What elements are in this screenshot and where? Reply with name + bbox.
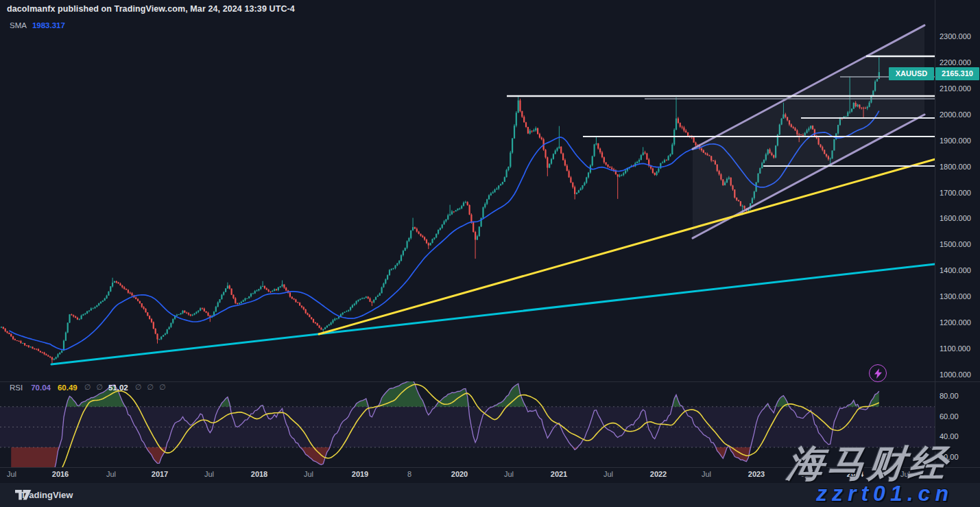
price-axis-label: 1000.000: [940, 370, 971, 379]
time-axis-year-label: 2021: [551, 470, 567, 478]
time-axis-year-label: 2016: [52, 470, 69, 478]
price-axis-label: 2200.000: [940, 58, 971, 67]
rsi-legend-label: RSI: [10, 384, 23, 392]
rsi-value: 70.04: [31, 384, 51, 392]
rsi-empty-value-icon: ∅: [96, 383, 103, 392]
price-axis-label: 1100.000: [940, 344, 970, 353]
price-axis-label: 1700.000: [940, 189, 971, 197]
rsi-empty-value-icon: ∅: [135, 383, 142, 392]
watermark-url-text: zzrt01.cn: [816, 481, 953, 506]
price-axis-label: 1400.000: [940, 266, 971, 274]
time-axis-year-label: 2017: [152, 470, 168, 478]
tradingview-logo-icon: [15, 490, 32, 500]
rsi-empty-value-icon: ∅: [159, 383, 166, 392]
boost-lightning-icon[interactable]: [869, 364, 887, 382]
rsi-secondary-value: 51.02: [108, 384, 128, 392]
time-axis-year-label: 2020: [451, 470, 468, 478]
rsi-empty-value-icon: ∅: [84, 383, 91, 392]
rsi-axis-label: 60.00: [940, 412, 959, 421]
price-axis-label: 1200.000: [940, 318, 971, 327]
time-axis-month-label: Jul: [204, 470, 214, 478]
rsi-empty-value-icon: ∅: [147, 383, 154, 392]
time-axis-month-label: Jul: [603, 470, 613, 478]
price-axis-label: 1300.000: [940, 292, 971, 300]
time-axis-month-label: Jul: [304, 470, 313, 478]
last-price-badge: 2165.310: [935, 67, 979, 80]
price-axis-label: 1500.000: [940, 240, 971, 248]
price-axis-label: 2000.000: [940, 110, 971, 119]
tradingview-logo[interactable]: TradingView: [15, 490, 73, 500]
time-axis-year-label: 2018: [251, 470, 267, 478]
time-axis-month-label: Jul: [504, 470, 514, 478]
sma-legend-label: SMA: [10, 21, 27, 30]
lightning-glyph: [874, 368, 882, 379]
time-axis-month-label: Jul: [7, 470, 16, 478]
time-axis-month-label: Jul: [106, 470, 116, 478]
time-axis-year-label: 2022: [650, 470, 667, 478]
symbol-name-badge: XAUUSD: [889, 67, 934, 80]
rsi-ma-value: 60.49: [58, 384, 77, 392]
published-byline: dacolmanfx published on TradingView.com,…: [7, 4, 295, 14]
time-axis-month-label: Jul: [702, 470, 711, 478]
price-axis-label: 1800.000: [940, 163, 971, 171]
time-axis-year-label: 2023: [748, 470, 765, 478]
time-axis-month-label: 8: [407, 470, 411, 478]
rsi-legend[interactable]: RSI 70.04 60.49 ∅ ∅ 51.02 ∅ ∅ ∅: [10, 383, 171, 392]
price-axis-label: 1900.000: [940, 137, 971, 145]
main-chart-pane[interactable]: [0, 19, 935, 381]
price-axis-label: 2100.000: [940, 84, 971, 93]
tradingview-published-chart: dacolmanfx published on TradingView.com,…: [0, 0, 980, 507]
rsi-axis-label: 80.00: [940, 392, 959, 400]
sma-legend[interactable]: SMA 1983.317: [10, 21, 65, 30]
price-axis-label: 2300.000: [940, 32, 971, 40]
sma-legend-value: 1983.317: [32, 21, 65, 30]
price-axis-label: 1600.000: [940, 214, 971, 222]
time-axis-year-label: 2019: [352, 470, 368, 478]
